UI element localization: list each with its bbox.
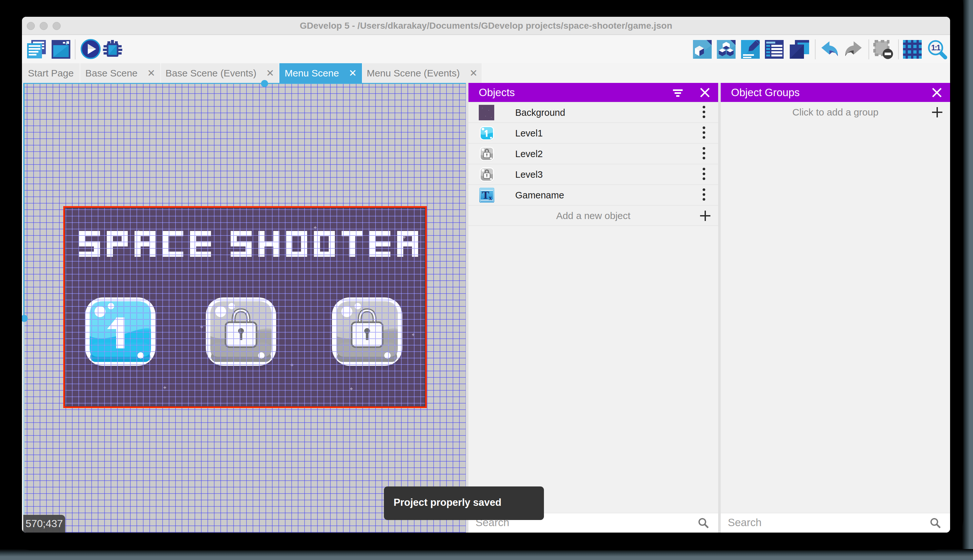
svg-text:x: x (489, 194, 492, 201)
svg-text:1:1: 1:1 (931, 43, 940, 52)
svg-text:T: T (482, 189, 490, 201)
